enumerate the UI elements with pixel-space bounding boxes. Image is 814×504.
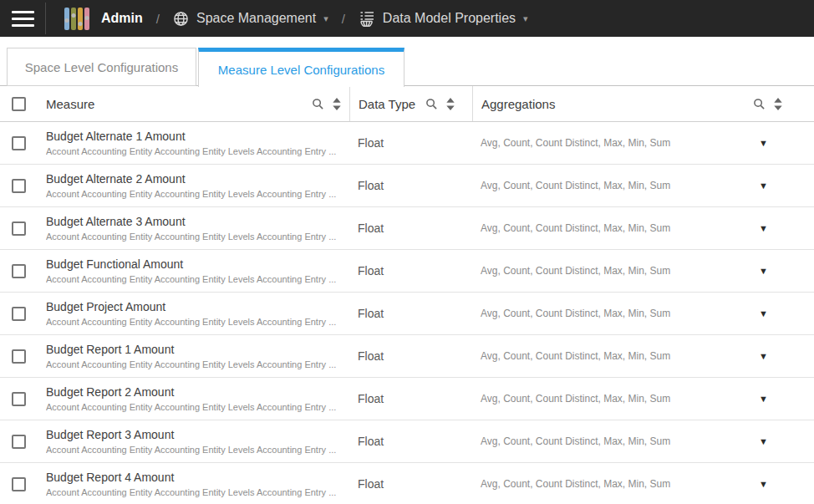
measure-description: Account Accounting Entity Accounting Ent… [46,486,341,498]
dropdown-caret-icon[interactable]: ▼ [759,479,768,489]
measure-name: Budget Alternate 3 Amount [46,215,341,229]
row-checkbox[interactable] [12,435,26,449]
measure-cell: Budget Functional Amount Account Account… [38,257,349,285]
data-type-value: Float [349,392,472,405]
breadcrumb-space-management[interactable]: Space Management ▾ [173,11,328,27]
tab-label: Measure Level Configurations [218,63,384,77]
table-row: Budget Alternate 1 Amount Account Accoun… [0,122,814,165]
aggregations-cell: Avg, Count, Count Distinct, Max, Min, Su… [472,435,814,447]
measure-name: Budget Project Amount [46,300,341,314]
dropdown-caret-icon[interactable]: ▼ [759,351,768,361]
measure-description: Account Accounting Entity Accounting Ent… [46,444,341,456]
data-type-value: Float [349,349,472,363]
measure-cell: Budget Alternate 1 Amount Account Accoun… [38,130,349,157]
aggregations-value: Avg, Count, Count Distinct, Max, Min, Su… [481,478,670,490]
configuration-tabs: Space Level Configurations Measure Level… [0,37,814,86]
row-checkbox[interactable] [12,392,26,406]
row-checkbox[interactable] [12,179,26,193]
data-type-value: Float [349,435,472,448]
data-type-value: Float [349,477,472,491]
chevron-down-icon: ▾ [323,13,328,24]
measure-description: Account Accounting Entity Accounting Ent… [46,401,341,413]
measure-cell: Budget Project Amount Account Accounting… [38,300,349,328]
table-row: Budget Alternate 3 Amount Account Accoun… [0,207,814,250]
aggregations-value: Avg, Count, Count Distinct, Max, Min, Su… [481,308,670,319]
column-header-data-type: Data Type [349,86,472,121]
row-checkbox[interactable] [12,221,26,236]
select-all-checkbox[interactable] [12,97,26,111]
breadcrumb-admin[interactable]: Admin [101,11,143,26]
top-navigation-bar: Admin / Space Management ▾ / [0,0,814,37]
measure-cell: Budget Alternate 2 Amount Account Accoun… [38,172,349,200]
aggregations-value: Avg, Count, Count Distinct, Max, Min, Su… [481,137,670,149]
tab-measure-level-configurations[interactable]: Measure Level Configurations [198,48,404,87]
measure-name: Budget Functional Amount [46,257,341,272]
row-checkbox-cell [0,435,38,449]
measure-name: Budget Alternate 1 Amount [46,130,341,144]
measure-description: Account Accounting Entity Accounting Ent… [46,316,341,328]
aggregations-value: Avg, Count, Count Distinct, Max, Min, Su… [481,393,670,405]
hamburger-menu-icon[interactable] [0,0,45,37]
aggregations-cell: Avg, Count, Count Distinct, Max, Min, Su… [472,222,814,234]
table-row: Budget Report 3 Amount Account Accountin… [0,420,814,463]
breadcrumb-separator: / [156,12,160,26]
logo-bar-gold [78,8,83,30]
aggregations-cell: Avg, Count, Count Distinct, Max, Min, Su… [472,308,814,319]
measure-column-label: Measure [46,97,94,111]
aggregations-value: Avg, Count, Count Distinct, Max, Min, Su… [481,350,670,362]
aggregations-cell: Avg, Count, Count Distinct, Max, Min, Su… [472,265,814,277]
table-row: Budget Alternate 2 Amount Account Accoun… [0,165,814,207]
row-checkbox[interactable] [12,349,26,364]
measure-cell: Budget Report 4 Amount Account Accountin… [38,471,349,498]
measure-description: Account Accounting Entity Accounting Ent… [46,273,341,285]
dropdown-caret-icon[interactable]: ▼ [759,436,768,446]
column-header-aggregations: Aggregations [472,86,814,121]
globe-icon [173,11,189,27]
header-checkbox-cell [0,86,38,121]
measure-cell: Budget Alternate 3 Amount Account Accoun… [38,215,349,242]
row-checkbox[interactable] [12,307,26,321]
aggregations-value: Avg, Count, Count Distinct, Max, Min, Su… [481,180,670,191]
row-checkbox[interactable] [12,264,26,278]
aggregations-cell: Avg, Count, Count Distinct, Max, Min, Su… [472,478,814,490]
dropdown-caret-icon[interactable]: ▼ [759,181,768,191]
sort-icon[interactable] [774,98,782,110]
sort-icon[interactable] [446,98,455,110]
dropdown-caret-icon[interactable]: ▼ [759,308,768,318]
measure-description: Account Accounting Entity Accounting Ent… [46,188,341,200]
app-logo[interactable] [64,8,89,30]
breadcrumb-data-model-label: Data Model Properties [383,11,516,26]
table-row: Budget Project Amount Account Accounting… [0,293,814,335]
tab-space-level-configurations[interactable]: Space Level Configurations [7,48,196,86]
data-type-value: Float [349,179,472,192]
dropdown-caret-icon[interactable]: ▼ [759,266,768,276]
table-row: Budget Report 2 Amount Account Accountin… [0,378,814,420]
dropdown-caret-icon[interactable]: ▼ [759,223,768,233]
search-icon[interactable] [753,98,766,110]
aggregations-value: Avg, Count, Count Distinct, Max, Min, Su… [481,265,670,277]
tab-label: Space Level Configurations [25,60,178,74]
breadcrumb-separator: / [342,12,345,26]
table-row: Budget Functional Amount Account Account… [0,250,814,293]
dropdown-caret-icon[interactable]: ▼ [759,138,768,148]
breadcrumb-data-model-properties[interactable]: Data Model Properties ▾ [359,10,528,27]
sort-icon[interactable] [333,98,341,110]
row-checkbox-cell [0,349,38,364]
measure-name: Budget Report 1 Amount [46,343,341,357]
aggregations-value: Avg, Count, Count Distinct, Max, Min, Su… [481,222,670,234]
logo-bar-blue [64,8,69,30]
dropdown-caret-icon[interactable]: ▼ [759,394,768,404]
row-checkbox[interactable] [12,477,26,491]
measure-cell: Budget Report 3 Amount Account Accountin… [38,428,349,456]
search-icon[interactable] [425,98,438,110]
aggregations-cell: Avg, Count, Count Distinct, Max, Min, Su… [472,393,814,405]
aggregations-value: Avg, Count, Count Distinct, Max, Min, Su… [481,435,670,447]
row-checkbox-cell [0,179,38,193]
row-checkbox[interactable] [12,136,26,150]
chevron-down-icon: ▾ [523,13,528,24]
search-icon[interactable] [312,98,324,110]
row-checkbox-cell [0,136,38,150]
row-checkbox-cell [0,307,38,321]
row-checkbox-cell [0,221,38,236]
data-type-column-label: Data Type [359,97,415,111]
